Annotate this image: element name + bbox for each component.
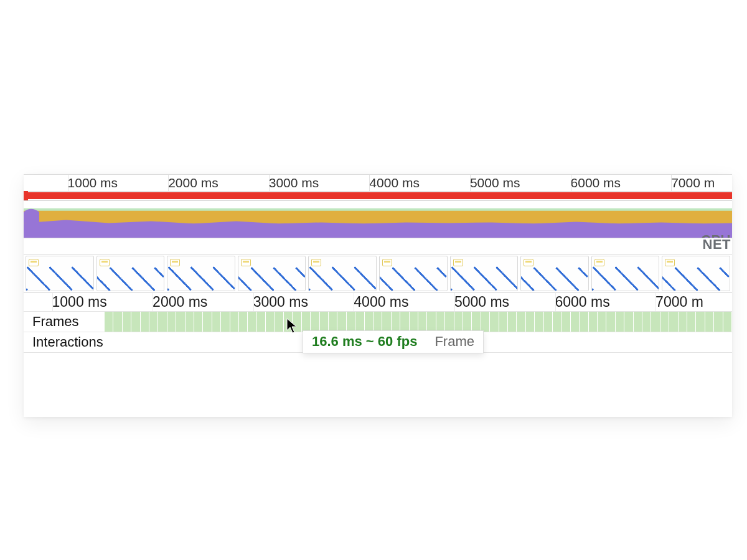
frame-bar[interactable]	[212, 312, 221, 332]
frame-bar[interactable]	[517, 312, 525, 332]
frame-bar[interactable]	[561, 312, 570, 332]
frame-bar[interactable]	[382, 312, 391, 332]
frame-bar[interactable]	[418, 312, 427, 332]
frame-bar[interactable]	[149, 312, 158, 332]
frame-bar[interactable]	[436, 312, 445, 332]
filmstrip-thumbnail[interactable]	[167, 256, 235, 291]
frame-bar[interactable]	[347, 312, 355, 332]
frame-bar[interactable]	[374, 312, 382, 332]
flamechart-time-ruler[interactable]: 1000 ms2000 ms3000 ms4000 ms5000 ms6000 …	[24, 293, 732, 312]
frame-bar[interactable]	[499, 312, 508, 332]
svg-point-697	[317, 275, 319, 277]
frame-bar[interactable]	[580, 312, 588, 332]
frame-bar[interactable]	[544, 312, 553, 332]
filmstrip-thumbnail[interactable]	[26, 256, 94, 291]
svg-point-1245	[643, 273, 645, 274]
net-lane[interactable]: NET	[24, 238, 732, 254]
frames-track-body[interactable]	[105, 312, 732, 332]
frame-bar[interactable]	[221, 312, 230, 332]
svg-point-1244	[635, 287, 637, 289]
svg-point-1259	[618, 270, 620, 272]
frame-bar[interactable]	[113, 312, 122, 332]
frame-bar[interactable]	[427, 312, 436, 332]
frame-bar[interactable]	[365, 312, 374, 332]
frame-bar[interactable]	[571, 312, 580, 332]
tooltip-label: Frame	[435, 334, 474, 350]
ruler-tick: 5000 ms	[470, 175, 520, 191]
frame-bar[interactable]	[176, 312, 185, 332]
interactions-track-label[interactable]: Interactions	[24, 332, 105, 352]
frame-bar[interactable]	[589, 312, 598, 332]
frame-bar[interactable]	[400, 312, 409, 332]
frame-bar[interactable]	[320, 312, 329, 332]
frame-bar[interactable]	[679, 312, 687, 332]
frame-bar[interactable]	[616, 312, 624, 332]
frame-bar[interactable]	[131, 312, 140, 332]
frame-bar[interactable]	[705, 312, 714, 332]
frame-bar[interactable]	[275, 312, 284, 332]
frame-bar[interactable]	[355, 312, 364, 332]
frame-bar[interactable]	[454, 312, 463, 332]
frame-bar[interactable]	[239, 312, 248, 332]
frame-bar[interactable]	[302, 312, 311, 332]
frames-track[interactable]: Frames	[24, 312, 732, 332]
filmstrip-thumbnail[interactable]	[238, 256, 306, 291]
frame-bar[interactable]	[481, 312, 490, 332]
frame-bar[interactable]	[167, 312, 176, 332]
frame-bar[interactable]	[553, 312, 561, 332]
filmstrip-thumbnail[interactable]	[662, 256, 730, 291]
frame-bar[interactable]	[284, 312, 293, 332]
frame-bar[interactable]	[257, 312, 266, 332]
frame-bar[interactable]	[445, 312, 454, 332]
filmstrip-thumbnail[interactable]	[520, 256, 589, 291]
svg-point-406	[223, 277, 225, 279]
frame-bar[interactable]	[141, 312, 149, 332]
frame-bar[interactable]	[158, 312, 167, 332]
frame-bar[interactable]	[651, 312, 660, 332]
filmstrip-thumbnail[interactable]	[450, 256, 519, 291]
frame-bar[interactable]	[105, 312, 113, 332]
frame-bar[interactable]	[293, 312, 301, 332]
frame-bar[interactable]	[660, 312, 669, 332]
frames-track-label[interactable]: Frames	[24, 312, 105, 332]
frame-bar[interactable]	[337, 312, 346, 332]
frame-bar[interactable]	[463, 312, 472, 332]
frame-bar[interactable]	[624, 312, 633, 332]
frame-bar[interactable]	[606, 312, 615, 332]
frame-bar[interactable]	[329, 312, 337, 332]
frame-bar[interactable]	[311, 312, 319, 332]
filmstrip-thumbnail[interactable]	[96, 256, 165, 291]
frame-bar[interactable]	[472, 312, 481, 332]
frame-bar[interactable]	[714, 312, 723, 332]
svg-point-1399	[690, 282, 692, 284]
frame-bar[interactable]	[410, 312, 418, 332]
frame-bar[interactable]	[535, 312, 543, 332]
frame-bar[interactable]	[490, 312, 499, 332]
frame-bar[interactable]	[598, 312, 606, 332]
frame-bar[interactable]	[248, 312, 256, 332]
frame-bar[interactable]	[669, 312, 678, 332]
frame-bar[interactable]	[508, 312, 517, 332]
frame-bar[interactable]	[266, 312, 275, 332]
overview-time-ruler[interactable]: 1000 ms2000 ms3000 ms4000 ms5000 ms6000 …	[24, 174, 732, 192]
svg-point-545	[286, 281, 288, 283]
filmstrip[interactable]	[24, 254, 732, 293]
frame-bar[interactable]	[526, 312, 535, 332]
frame-bar[interactable]	[230, 312, 239, 332]
filmstrip-thumbnail[interactable]	[308, 256, 377, 291]
frame-bar[interactable]	[123, 312, 131, 332]
frame-bar[interactable]	[687, 312, 696, 332]
cpu-lane[interactable]: CPU	[24, 201, 732, 238]
filmstrip-thumbnail[interactable]	[379, 256, 448, 291]
performance-overview-panel[interactable]: 1000 ms2000 ms3000 ms4000 ms5000 ms6000 …	[24, 174, 732, 417]
frame-bar[interactable]	[186, 312, 194, 332]
fps-lane[interactable]: FPS	[24, 192, 732, 201]
frame-bar[interactable]	[642, 312, 651, 332]
frame-bar[interactable]	[392, 312, 400, 332]
filmstrip-thumbnail[interactable]	[591, 256, 660, 291]
frame-bar[interactable]	[194, 312, 203, 332]
frame-bar[interactable]	[634, 312, 642, 332]
frame-bar[interactable]	[696, 312, 705, 332]
frame-bar[interactable]	[723, 312, 732, 332]
frame-bar[interactable]	[203, 312, 212, 332]
